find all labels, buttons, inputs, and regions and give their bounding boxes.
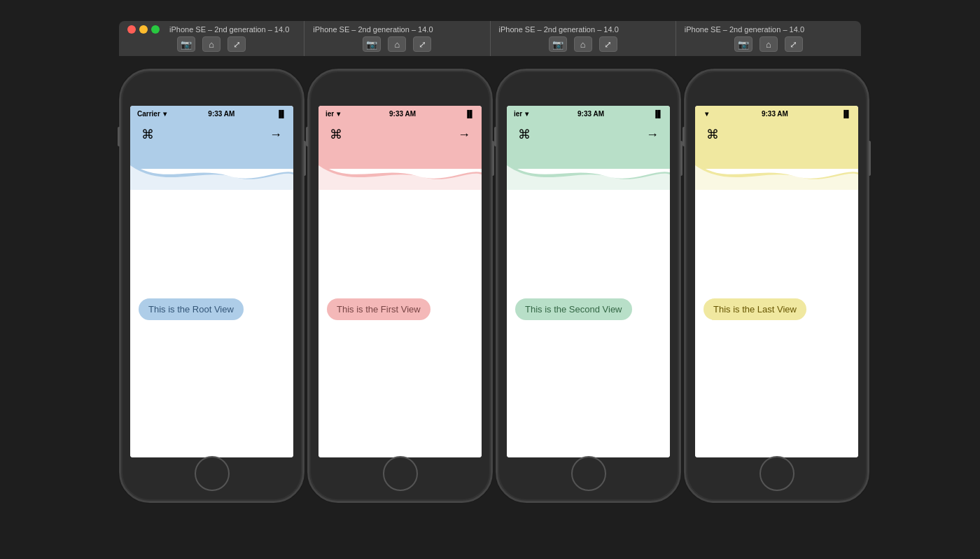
wifi-icon-4: ▾ (705, 110, 708, 118)
simulator-2: ier ▾ 9:33 AM ▐▌ ⌘ → (307, 56, 493, 516)
toolbar-icons-row-4: 📷 ⌂ ⤢ (685, 36, 853, 52)
toolbar-device-label-4: iPhone SE – 2nd generation – 14.0 (685, 25, 804, 34)
traffic-light-minimize[interactable] (139, 25, 148, 34)
toolbar-device-label-1: iPhone SE – 2nd generation – 14.0 (169, 25, 289, 34)
wave-3 (507, 148, 670, 190)
screenshot-button-2[interactable]: 📷 (363, 36, 381, 52)
battery-icon-2: ▐▌ (465, 110, 475, 118)
screen-body-1: This is the Root View (130, 190, 293, 457)
home-button-area-2[interactable] (383, 456, 418, 491)
toolbar-section-4: iPhone SE – 2nd generation – 14.0 📷 ⌂ ⤢ (676, 21, 861, 56)
iphone-screen-2: ier ▾ 9:33 AM ▐▌ ⌘ → (318, 106, 482, 457)
home-button-2[interactable]: ⌂ (388, 36, 406, 52)
cmd-icon-1: ⌘ (141, 127, 154, 142)
simulator-3: ier ▾ 9:33 AM ▐▌ ⌘ → (496, 56, 681, 516)
forward-arrow-1[interactable]: → (270, 127, 282, 142)
toolbar-icons-row-2: 📷 ⌂ ⤢ (313, 36, 481, 52)
rotate-button-1[interactable]: ⤢ (227, 36, 246, 52)
nav-bar-4: ⌘ (695, 121, 858, 148)
status-bar-right-3: ▐▌ (653, 110, 663, 118)
traffic-light-maximize[interactable] (151, 25, 160, 34)
status-bar-right-2: ▐▌ (465, 110, 475, 118)
time-label-2: 9:33 AM (389, 110, 416, 118)
simulator-1: Carrier ▾ 9:33 AM ▐▌ ⌘ → (119, 56, 304, 516)
home-button-area-1[interactable] (195, 456, 230, 491)
toolbar-device-label-2: iPhone SE – 2nd generation – 14.0 (313, 25, 433, 34)
wave-2 (318, 148, 482, 190)
home-button-4[interactable]: ⌂ (760, 36, 778, 52)
time-label-1: 9:33 AM (208, 110, 234, 118)
simulator-4: ▾ 9:33 AM ▐▌ ⌘ (684, 56, 869, 516)
traffic-light-close[interactable] (127, 25, 136, 34)
toolbar-title-row-1: iPhone SE – 2nd generation – 14.0 (127, 25, 295, 34)
carrier-label-3: ier (514, 110, 522, 118)
simulators-container: Carrier ▾ 9:33 AM ▐▌ ⌘ → (119, 56, 861, 516)
home-button-area-4[interactable] (760, 456, 794, 491)
home-button-area-3[interactable] (571, 456, 606, 491)
traffic-lights (127, 25, 160, 34)
battery-icon-1: ▐▌ (276, 110, 286, 118)
toolbar-section-2: iPhone SE – 2nd generation – 14.0 📷 ⌂ ⤢ (304, 21, 490, 56)
toolbar-bar: iPhone SE – 2nd generation – 14.0 📷 ⌂ ⤢ … (119, 21, 861, 56)
iphone-frame-1: Carrier ▾ 9:33 AM ▐▌ ⌘ → (119, 69, 304, 503)
rotate-button-4[interactable]: ⤢ (785, 36, 803, 52)
nav-bar-3: ⌘ → (507, 121, 670, 148)
toolbar-device-label-3: iPhone SE – 2nd generation – 14.0 (499, 25, 619, 34)
battery-icon-3: ▐▌ (653, 110, 663, 118)
status-bar-2: ier ▾ 9:33 AM ▐▌ (318, 106, 482, 121)
view-label-pill-1: This is the Root View (139, 298, 244, 320)
status-bar-left-4: ▾ (702, 110, 708, 118)
carrier-label-1: Carrier (137, 110, 160, 118)
status-bar-3: ier ▾ 9:33 AM ▐▌ (507, 106, 670, 121)
nav-bar-1: ⌘ → (130, 121, 293, 148)
time-label-3: 9:33 AM (578, 110, 604, 118)
toolbar-title-row-4: iPhone SE – 2nd generation – 14.0 (685, 25, 853, 34)
nav-bar-2: ⌘ → (318, 121, 482, 148)
toolbar-icons-row-1: 📷 ⌂ ⤢ (127, 36, 295, 52)
status-bar-left-3: ier ▾ (514, 110, 528, 118)
screen-body-2: This is the First View (318, 190, 482, 457)
home-button-1[interactable]: ⌂ (202, 36, 220, 52)
iphone-screen-1: Carrier ▾ 9:33 AM ▐▌ ⌘ → (130, 106, 293, 457)
iphone-frame-3: ier ▾ 9:33 AM ▐▌ ⌘ → (496, 69, 681, 503)
view-label-pill-4: This is the Last View (704, 298, 806, 320)
toolbar-section-3: iPhone SE – 2nd generation – 14.0 📷 ⌂ ⤢ (491, 21, 676, 56)
status-bar-4: ▾ 9:33 AM ▐▌ (695, 106, 858, 121)
home-button-3[interactable]: ⌂ (574, 36, 592, 52)
iphone-screen-4: ▾ 9:33 AM ▐▌ ⌘ (695, 106, 858, 457)
status-bar-right-4: ▐▌ (841, 110, 851, 118)
status-bar-1: Carrier ▾ 9:33 AM ▐▌ (130, 106, 293, 121)
cmd-icon-2: ⌘ (330, 127, 342, 142)
toolbar-title-row-2: iPhone SE – 2nd generation – 14.0 (313, 25, 481, 34)
rotate-button-3[interactable]: ⤢ (599, 36, 617, 52)
screenshot-button-3[interactable]: 📷 (549, 36, 567, 52)
forward-arrow-3[interactable]: → (646, 127, 659, 142)
toolbar-icons-row-3: 📷 ⌂ ⤢ (499, 36, 667, 52)
wave-4 (695, 148, 858, 190)
screen-body-4: This is the Last View (695, 190, 858, 457)
forward-arrow-2[interactable]: → (458, 127, 470, 142)
view-label-pill-3: This is the Second View (515, 298, 632, 320)
toolbar-title-row-3: iPhone SE – 2nd generation – 14.0 (499, 25, 667, 34)
screen-body-3: This is the Second View (507, 190, 670, 457)
wave-1 (130, 148, 293, 190)
status-bar-left-2: ier ▾ (326, 110, 340, 118)
rotate-button-2[interactable]: ⤢ (413, 36, 431, 52)
iphone-frame-2: ier ▾ 9:33 AM ▐▌ ⌘ → (307, 69, 493, 503)
view-label-pill-2: This is the First View (327, 298, 430, 320)
wifi-icon-2: ▾ (337, 110, 340, 118)
toolbar-section-1: iPhone SE – 2nd generation – 14.0 📷 ⌂ ⤢ (119, 21, 304, 56)
status-bar-right-1: ▐▌ (276, 110, 286, 118)
iphone-frame-4: ▾ 9:33 AM ▐▌ ⌘ (684, 69, 869, 503)
wifi-icon-3: ▾ (525, 110, 528, 118)
time-label-4: 9:33 AM (762, 110, 788, 118)
status-bar-left-1: Carrier ▾ (137, 110, 167, 118)
cmd-icon-3: ⌘ (518, 127, 531, 142)
wifi-icon-1: ▾ (163, 110, 167, 118)
cmd-icon-4: ⌘ (706, 127, 719, 142)
battery-icon-4: ▐▌ (841, 110, 851, 118)
screenshot-button-1[interactable]: 📷 (177, 36, 195, 52)
iphone-screen-3: ier ▾ 9:33 AM ▐▌ ⌘ → (507, 106, 670, 457)
carrier-label-2: ier (326, 110, 334, 118)
screenshot-button-4[interactable]: 📷 (734, 36, 752, 52)
